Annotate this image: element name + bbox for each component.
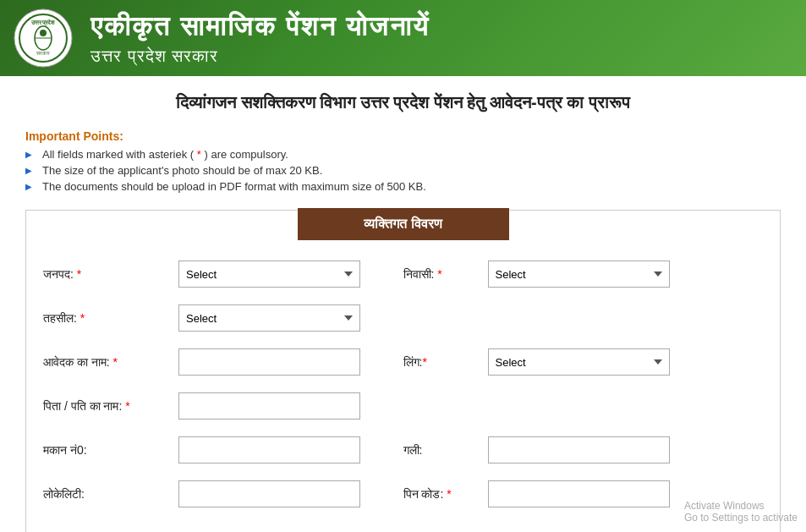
form-row-2: तहसील: * Select (43, 301, 763, 335)
section-title: व्यक्तिगत विवरण (298, 208, 509, 240)
col-gender: लिंग:* Select (403, 348, 764, 376)
gali-input[interactable] (488, 436, 670, 463)
form-row-1: जनपद: * Select निवासी: * Select (43, 257, 763, 291)
col-pin-code: पिन कोड: * (403, 480, 764, 507)
gender-label: लिंग:* (403, 355, 488, 370)
pin-code-input[interactable] (488, 480, 670, 507)
form-row-5: मकान नं0: गली: (43, 433, 763, 467)
father-name-input[interactable] (178, 392, 360, 420)
locality-input[interactable] (178, 480, 360, 507)
applicant-name-input[interactable] (178, 348, 360, 376)
house-no-input[interactable] (178, 436, 360, 463)
asterisk-mark: * (197, 148, 201, 161)
header-title: एकीकृत सामाजिक पेंशन योजनायें उत्तर प्रद… (90, 10, 430, 65)
bullet-item-2: The size of the applicant's photo should… (25, 164, 781, 177)
form-row-6: लोकेलिटी: पिन कोड: * (43, 477, 763, 511)
gender-select[interactable]: Select (488, 348, 670, 376)
form-section: व्यक्तिगत विवरण जनपद: * Select निवासी: * (25, 210, 781, 532)
tahseel-required: * (80, 311, 85, 325)
svg-text:उत्तर प्रदेश: उत्तर प्रदेश (30, 19, 56, 26)
gender-required: * (422, 355, 426, 369)
pin-required: * (447, 487, 451, 501)
col-janapad: जनपद: * Select (43, 261, 403, 288)
page-title: दिव्यांगजन सशक्तिकरण विभाग उत्तर प्रदेश … (25, 93, 781, 117)
niwaasi-required: * (437, 267, 441, 281)
govt-logo: उत्तर प्रदेश सरकार (13, 8, 74, 69)
niwaasi-select[interactable]: Select (488, 261, 670, 288)
applicant-name-label: आवेदक का नाम: * (43, 355, 178, 370)
col-father-name: पिता / पति का नाम: * (43, 392, 403, 420)
section-header-wrapper: व्यक्तिगत विवरण (26, 211, 780, 249)
form-row-4: पिता / पति का नाम: * (43, 389, 763, 423)
header-title-sub: उत्तर प्रदेश सरकार (90, 47, 430, 66)
gali-label: गली: (403, 443, 488, 458)
form-row-3: आवेदक का नाम: * लिंग:* Select (43, 345, 763, 379)
main-content: दिव्यांगजन सशक्तिकरण विभाग उत्तर प्रदेश … (0, 76, 806, 532)
bullet-item-1: All fields marked with asteriek ( * ) ar… (25, 148, 781, 161)
col-niwaasi: निवासी: * Select (403, 261, 764, 288)
tahseel-select[interactable]: Select (178, 304, 360, 332)
niwaasi-label: निवासी: * (403, 267, 488, 282)
form-body: जनपद: * Select निवासी: * Select (26, 249, 780, 532)
svg-point-5 (40, 30, 47, 36)
col-gali: गली: (403, 436, 764, 463)
important-points-label: Important Points: (25, 129, 781, 143)
house-no-label: मकान नं0: (43, 443, 178, 458)
locality-label: लोकेलिटी: (43, 487, 178, 502)
janapad-select[interactable]: Select (178, 261, 360, 288)
col-house-no: मकान नं0: (43, 436, 403, 463)
father-required: * (125, 399, 129, 413)
father-name-label: पिता / पति का नाम: * (43, 399, 178, 414)
janapad-label: जनपद: * (43, 267, 178, 282)
janapad-required: * (77, 267, 81, 281)
svg-text:सरकार: सरकार (36, 51, 50, 56)
header-title-main: एकीकृत सामाजिक पेंशन योजनायें (90, 10, 430, 42)
bullet-item-3: The documents should be upload in PDF fo… (25, 180, 781, 193)
col-locality: लोकेलिटी: (43, 480, 403, 507)
col-tahseel: तहसील: * Select (43, 304, 403, 332)
pin-code-label: पिन कोड: * (403, 487, 488, 502)
applicant-required: * (113, 355, 118, 369)
bullet-list: All fields marked with asteriek ( * ) ar… (25, 148, 781, 193)
col-applicant-name: आवेदक का नाम: * (43, 348, 403, 376)
header: उत्तर प्रदेश सरकार एकीकृत सामाजिक पेंशन … (0, 0, 806, 76)
tahseel-label: तहसील: * (43, 311, 178, 326)
